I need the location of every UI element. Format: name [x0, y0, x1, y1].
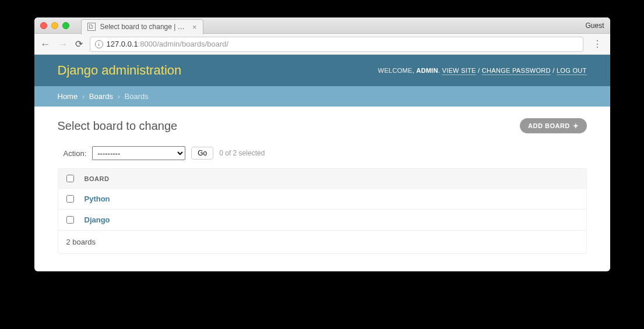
- select-all-checkbox[interactable]: [66, 175, 74, 182]
- reload-button[interactable]: ⟳: [75, 38, 83, 49]
- browser-toolbar: ← → ⟳ i 127.0.0.1:8000/admin/boards/boar…: [34, 34, 610, 55]
- chevron-right-icon: ›: [80, 92, 87, 101]
- view-site-link[interactable]: VIEW SITE: [442, 67, 476, 75]
- breadcrumb: Home › Boards › Boards: [34, 86, 610, 107]
- maximize-icon[interactable]: [62, 22, 69, 29]
- actions-row: Action: --------- Go 0 of 2 selected: [64, 146, 587, 160]
- back-button[interactable]: ←: [40, 39, 51, 49]
- table-row: Python: [58, 189, 586, 210]
- window-controls: [40, 22, 69, 29]
- change-password-link[interactable]: CHANGE PASSWORD: [482, 67, 551, 75]
- address-bar[interactable]: i 127.0.0.1:8000/admin/boards/board/: [90, 37, 583, 52]
- tab-title: Select board to change | Djang: [100, 23, 185, 31]
- table-row: Django: [58, 210, 586, 231]
- breadcrumb-current: Boards: [125, 92, 149, 101]
- selection-count: 0 of 2 selected: [219, 149, 265, 157]
- username: ADMIN: [416, 67, 438, 74]
- browser-window: 🗋 Select board to change | Djang × Guest…: [34, 17, 610, 271]
- welcome-label: WELCOME,: [378, 67, 414, 74]
- row-checkbox[interactable]: [66, 195, 74, 203]
- page-content: Django administration WELCOME, ADMIN. VI…: [34, 55, 610, 271]
- row-checkbox[interactable]: [66, 216, 74, 224]
- object-link-python[interactable]: Python: [85, 194, 110, 203]
- list-footer: 2 boards: [58, 231, 586, 253]
- user-links: WELCOME, ADMIN. VIEW SITE / CHANGE PASSW…: [378, 67, 586, 74]
- main-content: Select board to change ADD BOARD + Actio…: [34, 107, 610, 271]
- column-header-board[interactable]: BOARD: [85, 175, 110, 182]
- action-label: Action:: [64, 149, 87, 158]
- object-link-django[interactable]: Django: [85, 215, 110, 224]
- url-text: 127.0.0.1:8000/admin/boards/board/: [107, 40, 229, 48]
- site-info-icon[interactable]: i: [95, 40, 103, 48]
- page-favicon-icon: 🗋: [87, 23, 96, 31]
- breadcrumb-home[interactable]: Home: [58, 92, 78, 101]
- list-header: BOARD: [58, 169, 586, 189]
- close-tab-icon[interactable]: ×: [192, 23, 197, 31]
- close-icon[interactable]: [40, 22, 47, 29]
- minimize-icon[interactable]: [51, 22, 58, 29]
- profile-label[interactable]: Guest: [585, 22, 604, 30]
- plus-icon: +: [573, 122, 579, 130]
- go-button[interactable]: Go: [191, 147, 213, 160]
- site-brand[interactable]: Django administration: [58, 63, 182, 78]
- add-board-label: ADD BOARD: [528, 122, 570, 129]
- page-title: Select board to change: [58, 119, 178, 133]
- breadcrumb-app[interactable]: Boards: [89, 92, 113, 101]
- add-board-button[interactable]: ADD BOARD +: [520, 118, 586, 133]
- page-header: Select board to change ADD BOARD +: [58, 118, 587, 133]
- logout-link[interactable]: LOG OUT: [557, 67, 587, 75]
- forward-button: →: [58, 39, 68, 49]
- browser-menu-icon[interactable]: ⋮: [590, 38, 604, 49]
- action-select[interactable]: ---------: [92, 146, 185, 160]
- window-titlebar: 🗋 Select board to change | Djang × Guest: [34, 17, 610, 34]
- change-list: BOARD Python Django 2 boards: [58, 168, 587, 254]
- browser-tab[interactable]: 🗋 Select board to change | Djang ×: [81, 19, 203, 34]
- admin-header: Django administration WELCOME, ADMIN. VI…: [34, 55, 610, 86]
- chevron-right-icon: ›: [115, 92, 122, 101]
